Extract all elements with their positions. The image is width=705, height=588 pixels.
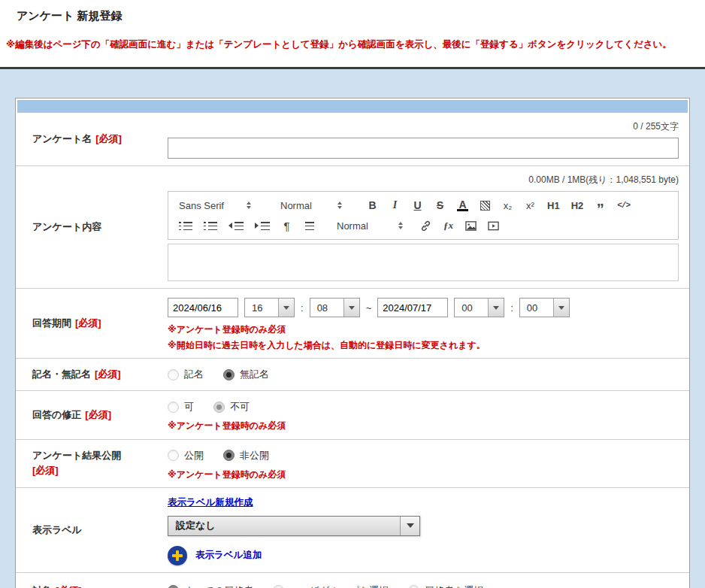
radio-anonymous[interactable]: 無記名 xyxy=(223,368,269,381)
h1-icon[interactable]: H1 xyxy=(547,199,560,212)
form-row-naming: 記名・無記名 [必須] 記名 無記名 xyxy=(16,359,689,391)
radio-circle xyxy=(408,585,419,588)
radio-circle xyxy=(223,369,234,380)
start-hour-select[interactable]: 16 xyxy=(244,298,295,317)
code-icon[interactable]: </> xyxy=(617,199,630,212)
required-badge: [必須] xyxy=(95,132,122,146)
blockquote-icon[interactable]: ” xyxy=(595,199,606,212)
form-row-target: 対象 [必須] すべての履修者 ユーザグループを選択 履修者を選択 xyxy=(16,573,689,588)
chevron-down-icon[interactable] xyxy=(278,299,294,317)
end-date-input[interactable] xyxy=(377,298,448,317)
outdent-icon[interactable] xyxy=(228,219,244,232)
time-colon: : xyxy=(301,302,304,314)
result-publish-note: ※アンケート登録時のみ必須 xyxy=(168,468,679,480)
richtext-editor-area[interactable] xyxy=(168,244,679,281)
create-display-label-link[interactable]: 表示ラベル新規作成 xyxy=(168,496,253,509)
image-icon[interactable] xyxy=(465,219,477,232)
form-row-answer-edit: 回答の修正 [必須] 可 不可 ※アンケート登録時のみ必須 xyxy=(16,391,689,439)
form-row-result-publish: アンケート結果公開 [必須] 公開 非公開 ※アンケート登録時のみ必須 xyxy=(16,440,689,488)
radio-circle xyxy=(213,402,225,413)
bullet-list-icon[interactable] xyxy=(204,219,217,232)
radio-all-students[interactable]: すべての履修者 xyxy=(168,584,253,588)
radio-user-group[interactable]: ユーザグループを選択 xyxy=(273,584,389,588)
radio-edit-allowed[interactable]: 可 xyxy=(168,400,194,414)
h2-icon[interactable]: H2 xyxy=(571,199,584,212)
chevron-down-icon[interactable] xyxy=(553,299,569,317)
formula-icon[interactable]: ƒx xyxy=(443,219,454,232)
result-publish-label: アンケート結果公開 [必須] xyxy=(16,440,166,487)
add-icon[interactable] xyxy=(168,546,187,565)
content-background: アンケート名 [必須] 0 / 255文字 アンケート内容 0.00MB / 1… xyxy=(0,69,705,588)
radio-select-students[interactable]: 履修者を選択 xyxy=(408,584,483,588)
range-tilde: ~ xyxy=(366,302,372,314)
start-date-input[interactable] xyxy=(168,298,238,317)
strike-icon[interactable]: S xyxy=(434,199,446,212)
panel-header-bar xyxy=(17,100,688,113)
size-picker[interactable]: Normal xyxy=(337,220,403,232)
answer-edit-label: 回答の修正 [必須] xyxy=(16,391,166,438)
required-badge: [必須] xyxy=(56,584,82,588)
form-row-answer-period: 回答期間 [必須] 16 : 08 ~ xyxy=(16,289,689,359)
radio-edit-not-allowed[interactable]: 不可 xyxy=(213,400,250,414)
picker-updown-icon xyxy=(398,222,403,229)
align-icon[interactable] xyxy=(304,219,315,232)
chevron-down-icon[interactable] xyxy=(343,299,359,317)
target-label: 対象 [必須] xyxy=(16,573,166,588)
indent-icon[interactable] xyxy=(255,219,270,232)
display-label-select[interactable]: 設定なし xyxy=(168,516,420,536)
start-minute-select[interactable]: 08 xyxy=(310,298,360,317)
bold-icon[interactable]: B xyxy=(367,199,378,212)
required-badge: [必須] xyxy=(95,368,121,381)
radio-circle xyxy=(168,402,179,413)
answer-period-label: 回答期間 [必須] xyxy=(16,289,166,358)
radio-circle xyxy=(168,450,179,461)
required-badge: [必須] xyxy=(32,464,121,477)
required-badge: [必須] xyxy=(85,408,111,422)
naming-label: 記名・無記名 [必須] xyxy=(16,359,166,390)
answer-edit-note: ※アンケート登録時のみ必須 xyxy=(168,420,679,432)
superscript-icon[interactable]: x² xyxy=(525,199,536,212)
text-color-icon[interactable]: A xyxy=(457,200,468,211)
radio-circle xyxy=(168,369,179,380)
end-hour-select[interactable]: 00 xyxy=(454,298,504,317)
radio-circle xyxy=(223,450,234,461)
chevron-down-icon[interactable] xyxy=(400,517,419,535)
link-icon[interactable] xyxy=(420,219,431,232)
chevron-down-icon[interactable] xyxy=(488,299,504,317)
font-family-picker[interactable]: Sans Serif xyxy=(179,200,251,211)
heading-picker[interactable]: Normal xyxy=(280,200,342,211)
radio-circle xyxy=(168,585,179,588)
time-colon: : xyxy=(510,302,513,314)
italic-icon[interactable]: I xyxy=(389,199,401,212)
page-warning: ※編集後はページ下の「確認画面に進む」または「テンプレートとして登録」から確認画… xyxy=(6,38,699,51)
period-note-required: ※アンケート登録時のみ必須 xyxy=(168,323,679,335)
page-header: アンケート 新規登録 ※編集後はページ下の「確認画面に進む」または「テンプレート… xyxy=(0,0,705,51)
survey-name-input[interactable] xyxy=(168,138,679,159)
form-row-survey-content: アンケート内容 0.00MB / 1MB(残り：1,048,551 byte) … xyxy=(16,166,689,289)
radio-named[interactable]: 記名 xyxy=(168,368,204,381)
background-color-icon[interactable] xyxy=(480,199,491,212)
picker-updown-icon xyxy=(337,202,342,209)
radio-circle xyxy=(273,585,284,588)
ordered-list-icon[interactable] xyxy=(179,219,192,232)
survey-name-label: アンケート名 [必須] xyxy=(16,113,166,165)
end-minute-select[interactable]: 00 xyxy=(519,298,570,317)
size-counter: 0.00MB / 1MB(残り：1,048,551 byte) xyxy=(168,174,679,186)
add-display-label-link[interactable]: 表示ラベル追加 xyxy=(195,549,262,562)
underline-icon[interactable]: U xyxy=(412,199,423,212)
video-icon[interactable] xyxy=(488,219,499,232)
form-panel: アンケート名 [必須] 0 / 255文字 アンケート内容 0.00MB / 1… xyxy=(15,98,690,588)
form-row-survey-name: アンケート名 [必須] 0 / 255文字 xyxy=(16,113,689,166)
radio-public[interactable]: 公開 xyxy=(168,449,204,462)
required-badge: [必須] xyxy=(75,317,101,330)
picker-updown-icon xyxy=(247,202,251,209)
display-label-label: 表示ラベル xyxy=(16,488,166,572)
subscript-icon[interactable]: x₂ xyxy=(502,199,513,212)
page-title: アンケート 新規登録 xyxy=(17,9,699,23)
richtext-toolbar: Sans Serif Normal B I U S A x₂ xyxy=(168,191,679,240)
survey-content-label: アンケート内容 xyxy=(16,166,166,288)
radio-private[interactable]: 非公開 xyxy=(223,449,269,462)
char-counter: 0 / 255文字 xyxy=(168,120,679,133)
form-row-display-label: 表示ラベル 表示ラベル新規作成 設定なし 表示ラベル追加 xyxy=(16,488,689,573)
text-direction-icon[interactable]: ¶ xyxy=(281,219,292,232)
